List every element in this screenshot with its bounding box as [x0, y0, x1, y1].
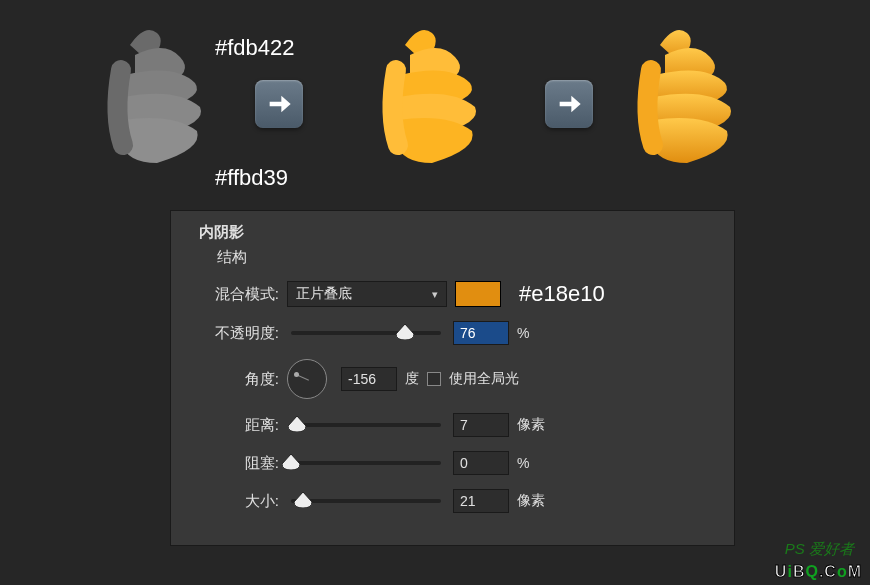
angle-unit: 度: [405, 370, 419, 388]
panel-subtitle: 结构: [217, 248, 716, 267]
slider-thumb-icon[interactable]: [396, 324, 414, 340]
distance-input[interactable]: [453, 413, 509, 437]
distance-label: 距离:: [189, 416, 279, 435]
blend-mode-select[interactable]: 正片叠底 ▾: [287, 281, 447, 307]
size-input[interactable]: [453, 489, 509, 513]
angle-label: 角度:: [189, 370, 279, 389]
global-light-label: 使用全局光: [449, 370, 519, 388]
size-unit: 像素: [517, 492, 545, 510]
opacity-label: 不透明度:: [189, 324, 279, 343]
distance-unit: 像素: [517, 416, 545, 434]
color-hex-label-1: #fdb422: [215, 35, 295, 61]
blend-mode-label: 混合模式:: [189, 285, 279, 304]
hand-yellow-shaded-icon: [625, 15, 745, 175]
watermark-site: UiBQ.CoM: [775, 563, 862, 581]
size-slider[interactable]: [291, 499, 441, 503]
choke-unit: %: [517, 455, 529, 471]
choke-input[interactable]: [453, 451, 509, 475]
hand-yellow-flat-icon: [370, 15, 490, 175]
opacity-unit: %: [517, 325, 529, 341]
choke-label: 阻塞:: [189, 454, 279, 473]
size-label: 大小:: [189, 492, 279, 511]
opacity-input[interactable]: [453, 321, 509, 345]
color-hex-label-2: #ffbd39: [215, 165, 288, 191]
arrow-right-icon: [545, 80, 593, 128]
watermark-brand: PS 爱好者: [785, 540, 854, 559]
opacity-slider[interactable]: [291, 331, 441, 335]
arrow-right-icon: [255, 80, 303, 128]
shadow-color-swatch[interactable]: [455, 281, 501, 307]
global-light-checkbox[interactable]: [427, 372, 441, 386]
chevron-down-icon: ▾: [432, 288, 438, 301]
choke-slider[interactable]: [291, 461, 441, 465]
slider-thumb-icon[interactable]: [282, 454, 300, 470]
inner-shadow-panel: 内阴影 结构 混合模式: 正片叠底 ▾ #e18e10 不透明度: % 角度: …: [170, 210, 735, 546]
blend-mode-value: 正片叠底: [296, 285, 352, 303]
angle-input[interactable]: [341, 367, 397, 391]
swatch-hex-label: #e18e10: [519, 281, 605, 307]
panel-title: 内阴影: [199, 223, 716, 242]
distance-slider[interactable]: [291, 423, 441, 427]
hand-gray-icon: [95, 15, 215, 175]
slider-thumb-icon[interactable]: [288, 416, 306, 432]
angle-dial[interactable]: [287, 359, 327, 399]
slider-thumb-icon[interactable]: [294, 492, 312, 508]
